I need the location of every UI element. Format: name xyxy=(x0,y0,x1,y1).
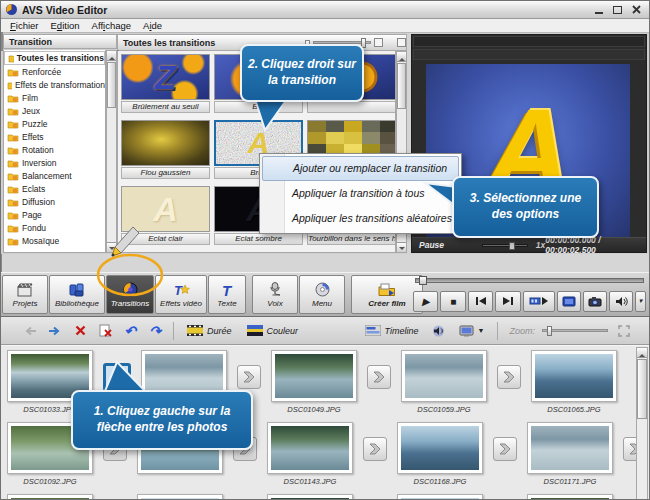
category-balancement[interactable]: Balancement xyxy=(4,169,105,182)
volume-dropdown[interactable]: ▾ xyxy=(635,291,646,312)
screen-mode-button[interactable]: ▼ xyxy=(455,323,489,339)
menu-edition[interactable]: Edition xyxy=(46,20,85,31)
category-mosaique[interactable]: Mosaïque xyxy=(4,234,105,247)
speed-slider[interactable] xyxy=(482,244,528,247)
folder-icon xyxy=(7,80,12,90)
next-scene-button[interactable] xyxy=(523,291,555,312)
preview-top-bar xyxy=(413,36,645,47)
back-arrow-button[interactable] xyxy=(21,322,39,340)
transition-arrow[interactable] xyxy=(497,365,521,389)
menu-item-ajouter-ou-remplacer[interactable]: Ajouter ou remplacer la transition xyxy=(262,156,459,181)
previous-button[interactable] xyxy=(468,291,493,312)
transition-arrow[interactable] xyxy=(367,365,391,389)
zoom-slider[interactable] xyxy=(542,329,608,332)
text-icon: T xyxy=(221,281,233,298)
category-rotation[interactable]: Rotation xyxy=(4,143,105,156)
redo-button[interactable]: ↷ xyxy=(146,322,164,340)
text-button[interactable]: TTexte xyxy=(208,275,246,314)
zoom-handle[interactable] xyxy=(547,326,552,336)
next-button[interactable] xyxy=(495,291,520,312)
forward-arrow-button[interactable] xyxy=(46,322,64,340)
photo-item[interactable] xyxy=(7,494,93,500)
transition-arrow[interactable] xyxy=(493,437,517,461)
category-jeux[interactable]: Jeux xyxy=(4,104,105,117)
photo-item[interactable] xyxy=(137,494,223,500)
timeline-button[interactable]: Timeline xyxy=(361,323,423,338)
category-puzzle[interactable]: Puzzle xyxy=(4,117,105,130)
photo-item[interactable] xyxy=(267,494,353,500)
audio-mix-button[interactable] xyxy=(430,322,448,340)
menu-aide[interactable]: Aide xyxy=(138,20,167,31)
chevron-down-icon: ▼ xyxy=(478,327,485,334)
category-renforcee[interactable]: Renforcée xyxy=(4,65,105,78)
seek-handle[interactable] xyxy=(419,276,427,285)
disc-menu-button[interactable]: Menu xyxy=(299,275,345,314)
projects-button[interactable]: Projets xyxy=(2,275,48,314)
duration-button[interactable]: Durée xyxy=(183,323,236,338)
folder-icon xyxy=(7,106,19,116)
transition-arrow[interactable] xyxy=(363,437,387,461)
zoom-label: Zoom: xyxy=(509,326,535,336)
svg-text:T: T xyxy=(222,283,233,297)
delete-all-button[interactable] xyxy=(96,322,114,340)
redo-icon: ↷ xyxy=(149,324,161,338)
minimize-button[interactable] xyxy=(592,4,605,16)
photo-item[interactable] xyxy=(397,494,483,500)
folder-icon xyxy=(7,158,19,168)
category-page[interactable]: Page xyxy=(4,208,105,221)
seek-slider[interactable] xyxy=(415,278,644,283)
folder-icon xyxy=(7,132,19,142)
scroll-up-icon[interactable] xyxy=(397,52,406,62)
fit-screen-button[interactable] xyxy=(615,322,633,340)
folder-icon xyxy=(7,197,19,207)
menu-affichage[interactable]: Affichage xyxy=(87,20,136,31)
voice-button[interactable]: Voix xyxy=(252,275,298,314)
preview-status-bar: Pause 1x 00:00:00.000 / 00:00:02.500 xyxy=(412,237,646,252)
photo-item[interactable]: DSC01168.JPG xyxy=(397,422,483,487)
category-fondu[interactable]: Fondu xyxy=(4,221,105,234)
stop-button[interactable]: ■ xyxy=(440,291,465,312)
photo-item[interactable]: DSC01065.JPG xyxy=(531,350,617,415)
category-inversion[interactable]: Inversion xyxy=(4,156,105,169)
delete-button[interactable] xyxy=(71,322,89,340)
transition-arrow[interactable] xyxy=(237,365,261,389)
photo-item[interactable]: DSC01049.JPG xyxy=(271,350,357,415)
category-toutes-les-transitions[interactable]: Toutes les transitions xyxy=(4,51,105,65)
left-panel-scrollbar[interactable] xyxy=(106,50,117,253)
scroll-up-icon[interactable] xyxy=(637,348,647,358)
transition-tile-flou-gaussien[interactable]: Flou gaussien xyxy=(121,120,210,179)
scroll-down-icon[interactable] xyxy=(397,242,406,252)
transition-tile-brulement-au-seuil[interactable]: ZBrûlement au seuil xyxy=(121,54,210,113)
photo-item[interactable] xyxy=(527,494,613,500)
callout-step-1: 1. Cliquez gauche sur la flèche entre le… xyxy=(71,390,253,450)
photo-item[interactable]: DSC01143.JPG xyxy=(267,422,353,487)
storyboard-scrollbar[interactable] xyxy=(636,347,648,500)
play-button[interactable]: ▶ xyxy=(413,291,438,312)
voice-icon xyxy=(268,281,282,298)
split-screen-button[interactable] xyxy=(557,291,581,312)
close-button[interactable] xyxy=(630,4,643,16)
folder-icon xyxy=(7,210,19,220)
callout-2-tail xyxy=(249,97,289,133)
scroll-up-icon[interactable] xyxy=(107,51,116,61)
snapshot-button[interactable] xyxy=(583,291,607,312)
category-effets[interactable]: Effets xyxy=(4,130,105,143)
next-icon xyxy=(502,296,514,306)
category-eclats[interactable]: Eclats xyxy=(4,182,105,195)
maximize-button[interactable] xyxy=(611,4,624,16)
photo-item[interactable]: DSC01171.JPG xyxy=(527,422,613,487)
photo-item[interactable]: DSC01059.JPG xyxy=(401,350,487,415)
color-button[interactable]: Couleur xyxy=(243,323,303,338)
category-effets-de-transformation[interactable]: Effets de transformation xyxy=(4,78,105,91)
category-film[interactable]: Film xyxy=(4,91,105,104)
volume-button[interactable] xyxy=(609,291,633,312)
category-diffusion[interactable]: Diffusion xyxy=(4,195,105,208)
menu-fichier[interactable]: Fichier xyxy=(5,20,44,31)
playback-state-label: Pause xyxy=(419,240,444,250)
transition-tile-partial[interactable] xyxy=(307,252,396,253)
large-size-icon: Projets Bibliothèque Transitions TEffets… xyxy=(1,253,649,500)
transition-tile-partial[interactable] xyxy=(214,252,303,253)
screen-icon xyxy=(562,296,576,307)
close-icon xyxy=(632,5,641,14)
undo-button[interactable]: ↶ xyxy=(121,322,139,340)
